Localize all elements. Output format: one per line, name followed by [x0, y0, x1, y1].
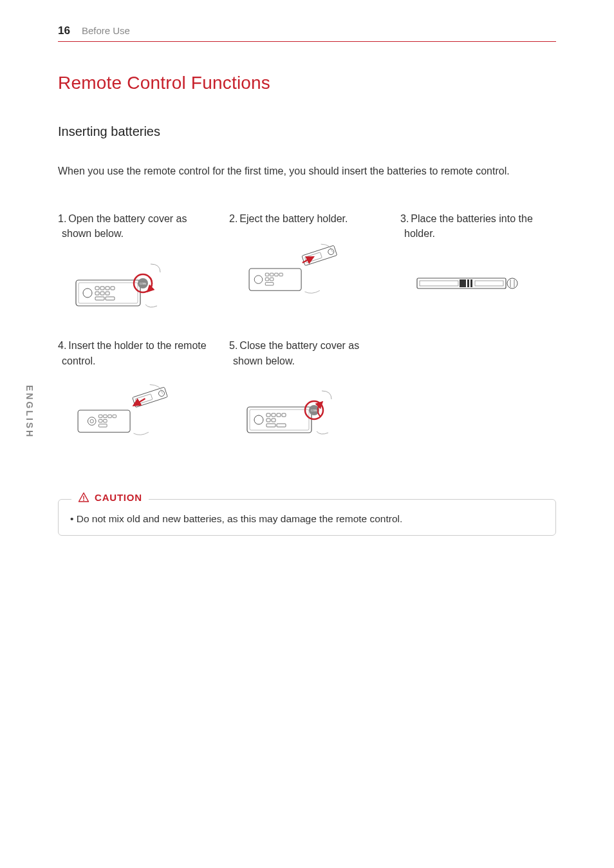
svg-rect-36	[78, 410, 130, 432]
svg-rect-40	[104, 415, 107, 418]
svg-text:COIN: COIN	[140, 282, 146, 285]
figure-close-cover: COIN	[229, 380, 385, 441]
steps-grid: 1.Open the battery cover as shown below.	[58, 211, 556, 441]
svg-rect-3	[95, 287, 99, 290]
caution-legend: CAUTION	[71, 492, 149, 504]
step-desc: Place the batteries into the holder.	[404, 213, 533, 239]
remote-open-cover-illustration: COIN	[73, 254, 176, 312]
svg-rect-19	[275, 273, 278, 276]
svg-rect-8	[100, 292, 104, 295]
step-1: 1.Open the battery cover as shown below.	[58, 211, 214, 314]
step-number: 5.	[229, 340, 237, 351]
step-empty	[400, 338, 556, 440]
step-desc: Close the battery cover as shown below.	[233, 340, 359, 366]
step-text: 2.Eject the battery holder.	[229, 211, 385, 226]
intro-text: When you use the remote control for the …	[58, 164, 556, 179]
step-desc: Insert the holder to the remote control.	[62, 340, 207, 366]
caution-text: Do not mix old and new batteries, as thi…	[70, 511, 544, 526]
svg-rect-11	[106, 297, 115, 300]
step-number: 3.	[400, 213, 409, 224]
page-title: Remote Control Functions	[58, 73, 556, 93]
svg-rect-22	[270, 278, 274, 281]
page-subtitle: Inserting batteries	[58, 124, 556, 139]
svg-rect-4	[100, 287, 104, 290]
step-2: 2.Eject the battery holder.	[229, 211, 385, 314]
svg-point-33	[507, 278, 517, 288]
svg-rect-9	[106, 292, 109, 295]
svg-rect-15	[249, 269, 301, 290]
svg-point-38	[90, 420, 93, 423]
svg-rect-55	[282, 413, 286, 417]
language-tab: ENGLISH	[24, 385, 35, 439]
svg-rect-39	[99, 415, 102, 418]
section-name: Before Use	[82, 25, 130, 36]
step-4: 4.Insert the holder to the remote contro…	[58, 338, 214, 440]
figure-place-batteries	[400, 252, 556, 314]
svg-point-16	[254, 275, 263, 283]
svg-rect-29	[460, 279, 466, 287]
figure-eject-holder	[229, 238, 385, 299]
svg-rect-56	[266, 419, 270, 422]
svg-rect-17	[265, 273, 268, 276]
svg-rect-31	[470, 279, 472, 287]
step-text: 3.Place the batteries into the holder.	[400, 211, 556, 241]
step-number: 1.	[58, 213, 66, 224]
svg-rect-41	[108, 415, 111, 418]
svg-rect-18	[270, 273, 274, 276]
svg-rect-54	[277, 413, 281, 417]
svg-point-2	[83, 288, 92, 297]
step-3: 3.Place the batteries into the holder.	[400, 211, 556, 314]
step-text: 5.Close the battery cover as shown below…	[229, 338, 385, 368]
svg-rect-21	[265, 278, 268, 281]
svg-rect-59	[277, 424, 286, 427]
svg-rect-20	[279, 273, 283, 276]
svg-rect-6	[111, 287, 115, 290]
step-5: 5.Close the battery cover as shown below…	[229, 338, 385, 440]
svg-point-64	[83, 500, 84, 501]
svg-rect-10	[95, 297, 104, 300]
svg-rect-44	[104, 420, 107, 423]
svg-rect-43	[99, 420, 102, 423]
page-number: 16	[58, 24, 70, 37]
svg-point-51	[254, 415, 263, 424]
svg-rect-42	[113, 415, 116, 418]
svg-rect-52	[266, 413, 270, 417]
step-number: 4.	[58, 340, 66, 351]
page-header: 16 Before Use	[58, 24, 556, 42]
svg-rect-49	[247, 407, 312, 433]
svg-rect-45	[99, 424, 107, 428]
remote-insert-illustration	[73, 381, 176, 439]
svg-rect-28	[420, 281, 458, 286]
figure-open-cover: COIN	[58, 252, 214, 314]
svg-rect-5	[106, 287, 109, 290]
caution-label: CAUTION	[95, 492, 142, 503]
svg-rect-58	[266, 424, 275, 427]
svg-rect-30	[467, 279, 469, 287]
caution-box: CAUTION Do not mix old and new batteries…	[58, 499, 556, 536]
svg-rect-0	[76, 280, 140, 306]
step-number: 2.	[229, 213, 237, 224]
remote-close-cover-illustration: COIN	[245, 381, 348, 439]
step-text: 4.Insert the holder to the remote contro…	[58, 338, 214, 368]
svg-rect-57	[272, 419, 275, 422]
warning-icon	[78, 492, 89, 504]
svg-rect-53	[272, 413, 275, 417]
svg-rect-23	[265, 282, 274, 285]
remote-eject-illustration	[245, 240, 348, 297]
svg-rect-32	[475, 281, 503, 286]
step-desc: Eject the battery holder.	[239, 213, 348, 224]
battery-holder-illustration	[416, 273, 519, 294]
figure-insert-holder	[58, 380, 214, 441]
svg-rect-7	[95, 292, 99, 295]
step-desc: Open the battery cover as shown below.	[62, 213, 187, 239]
step-text: 1.Open the battery cover as shown below.	[58, 211, 214, 241]
svg-text:COIN: COIN	[311, 409, 317, 412]
svg-point-37	[88, 417, 96, 426]
